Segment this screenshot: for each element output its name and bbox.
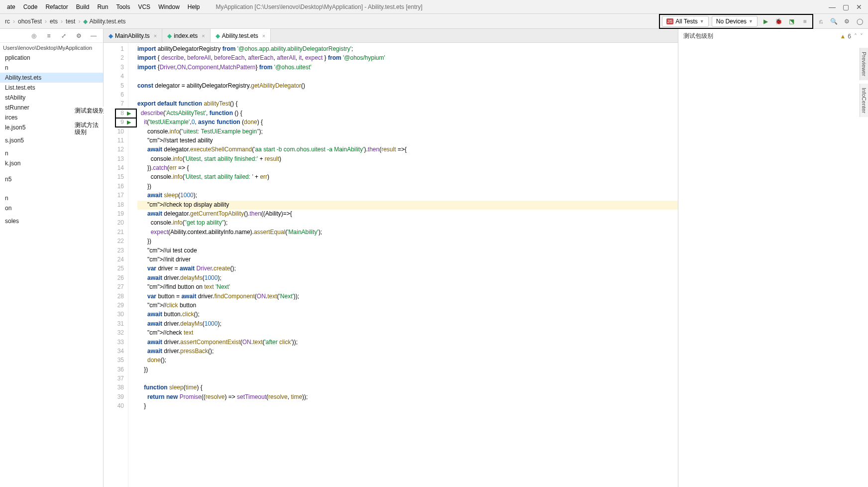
crumb-1[interactable]: ohosTest bbox=[16, 17, 44, 26]
search-icon[interactable]: 🔍 bbox=[828, 16, 839, 27]
menu-window[interactable]: Window bbox=[154, 1, 184, 12]
hide-icon[interactable]: — bbox=[88, 30, 99, 41]
editor: ◆MainAbility.ts× ◆index.ets× ◆Ability.te… bbox=[104, 29, 678, 487]
close-icon[interactable]: ✕ bbox=[856, 3, 862, 11]
suite-level-label: 测试套级别 bbox=[75, 107, 105, 115]
run-config-dropdown[interactable]: JS All Tests ▼ bbox=[662, 16, 709, 27]
method-level-label: 测试方法 级别 bbox=[75, 122, 99, 135]
previewer-tab[interactable]: Previewer bbox=[860, 48, 868, 80]
settings-icon[interactable]: ⚙ bbox=[841, 16, 852, 27]
device-label: No Devices bbox=[716, 18, 747, 25]
ets-file-icon: ◆ bbox=[167, 32, 172, 39]
tree-item[interactable]: n5 bbox=[0, 174, 103, 184]
tree-item[interactable]: stAbility bbox=[0, 93, 103, 103]
code-area[interactable]: 12345678▶9▶10111213141516171819202122232… bbox=[104, 43, 678, 487]
menu-build[interactable]: Build bbox=[72, 1, 94, 12]
code-text[interactable]: import abilityDelegatorRegistry from '@o… bbox=[128, 43, 678, 487]
menu-code[interactable]: Code bbox=[19, 1, 42, 12]
js-icon: JS bbox=[666, 18, 674, 24]
tree-item[interactable]: List.test.ets bbox=[0, 83, 103, 93]
tree-item[interactable]: pplication bbox=[0, 53, 103, 63]
close-icon[interactable]: × bbox=[262, 33, 265, 39]
expand-icon[interactable]: ⤢ bbox=[58, 30, 69, 41]
crumb-2[interactable]: ets bbox=[48, 17, 60, 26]
filter-icon[interactable]: ≡ bbox=[43, 30, 54, 41]
tree-item[interactable]: n bbox=[0, 193, 103, 203]
menu-tools[interactable]: Tools bbox=[112, 1, 134, 12]
tree-item[interactable]: s.json5 bbox=[0, 135, 103, 145]
package-level-label: 测试包级别 bbox=[683, 32, 713, 40]
tree-item[interactable]: n bbox=[0, 148, 103, 158]
menu-help[interactable]: Help bbox=[184, 1, 204, 12]
close-icon[interactable]: × bbox=[154, 33, 157, 39]
chevron-down-icon: ▼ bbox=[700, 19, 704, 24]
tree-item[interactable]: on bbox=[0, 203, 103, 213]
gear-icon[interactable]: ⚙ bbox=[73, 30, 84, 41]
gutter[interactable]: 12345678▶9▶10111213141516171819202122232… bbox=[104, 43, 128, 487]
menu-refactor[interactable]: Refactor bbox=[41, 1, 72, 12]
debug-button[interactable]: 🐞 bbox=[773, 18, 783, 25]
maximize-icon[interactable]: ▢ bbox=[843, 3, 849, 11]
run-button[interactable]: ▶ bbox=[760, 18, 770, 25]
down-icon[interactable]: ˅ bbox=[860, 33, 863, 40]
git-icon[interactable]: ⎌ bbox=[815, 16, 826, 27]
menubar: ate Code Refactor Build Run Tools VCS Wi… bbox=[0, 0, 868, 14]
project-tree[interactable]: pplicationnAbility.test.etsList.test.ets… bbox=[0, 53, 103, 487]
ts-file-icon: ◆ bbox=[108, 32, 113, 39]
run-config-highlight: JS All Tests ▼ No Devices ▼ ▶ 🐞 ⬔ ■ bbox=[659, 14, 813, 29]
project-panel: ◎ ≡ ⤢ ⚙ — Users\lenovo\Desktop\MyApplica… bbox=[0, 29, 104, 487]
tab-ability-test[interactable]: ◆Ability.test.ets× bbox=[211, 29, 271, 42]
crumb-0[interactable]: rc bbox=[3, 17, 12, 26]
account-icon[interactable]: ◯ bbox=[854, 16, 865, 27]
stop-button[interactable]: ■ bbox=[799, 16, 810, 27]
coverage-button[interactable]: ⬔ bbox=[786, 18, 796, 25]
navbar: rc› ohosTest› ets› test› ◆Ability.test.e… bbox=[0, 14, 868, 29]
infocenter-tab[interactable]: InfoCenter bbox=[860, 84, 868, 117]
project-path: Users\lenovo\Desktop\MyApplication bbox=[0, 43, 103, 53]
ets-file-icon: ◆ bbox=[216, 32, 220, 39]
crumb-3[interactable]: test bbox=[64, 17, 77, 26]
tree-item[interactable]: Ability.test.ets bbox=[0, 73, 103, 83]
close-icon[interactable]: × bbox=[202, 33, 205, 39]
inspection-panel: 测试包级别 ▲ 6 ˄ ˅ bbox=[678, 29, 868, 487]
tab-mainability[interactable]: ◆MainAbility.ts× bbox=[104, 29, 162, 42]
target-icon[interactable]: ◎ bbox=[28, 30, 39, 41]
editor-tabs: ◆MainAbility.ts× ◆index.ets× ◆Ability.te… bbox=[104, 29, 678, 43]
window-title: MyApplication [C:\Users\lenovo\Desktop\M… bbox=[216, 3, 423, 10]
chevron-down-icon: ▼ bbox=[749, 19, 753, 24]
menu-run[interactable]: Run bbox=[93, 1, 112, 12]
menu-ate[interactable]: ate bbox=[3, 1, 19, 12]
tree-item[interactable]: soles bbox=[0, 216, 103, 226]
tree-item[interactable]: n bbox=[0, 63, 103, 73]
warning-icon[interactable]: ▲ bbox=[840, 33, 846, 40]
up-icon[interactable]: ˄ bbox=[854, 33, 857, 40]
tab-index[interactable]: ◆index.ets× bbox=[162, 29, 210, 42]
tree-item[interactable]: k.json bbox=[0, 158, 103, 168]
run-config-label: All Tests bbox=[675, 18, 697, 25]
minimize-icon[interactable]: — bbox=[829, 3, 836, 11]
device-dropdown[interactable]: No Devices ▼ bbox=[712, 16, 758, 27]
warning-count: 6 bbox=[848, 33, 851, 40]
crumb-4[interactable]: ◆Ability.test.ets bbox=[81, 17, 127, 26]
ets-file-icon: ◆ bbox=[83, 18, 88, 25]
menu-vcs[interactable]: VCS bbox=[134, 1, 154, 12]
